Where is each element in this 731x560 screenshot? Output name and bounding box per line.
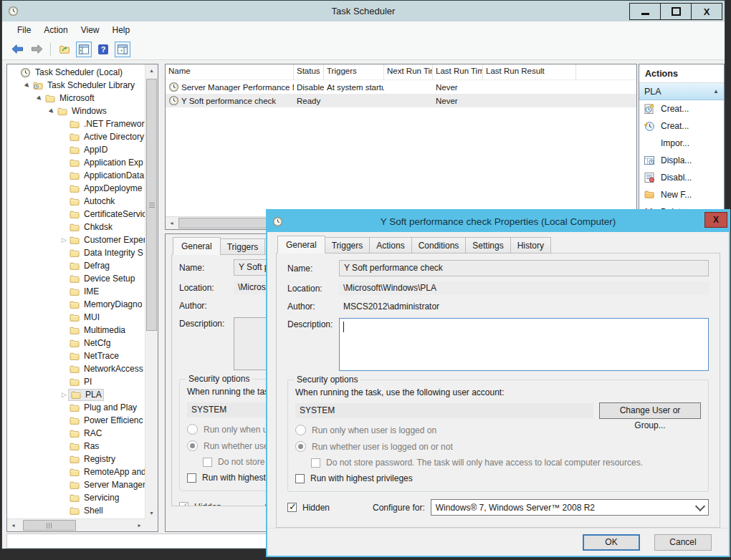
tree-item-customer-exper[interactable]: ▷Customer Exper xyxy=(8,233,145,246)
tree-item-memorydiagno[interactable]: MemoryDiagno xyxy=(8,298,145,311)
tree-item-servicing[interactable]: Servicing xyxy=(8,491,145,504)
action-item-creat[interactable]: Creat... xyxy=(639,100,724,117)
tree-item-windows[interactable]: ▶Windows xyxy=(8,105,145,117)
tree-horizontal-scrollbar[interactable]: ◂ ▸ xyxy=(7,518,145,531)
tab-actions[interactable]: Actions xyxy=(369,237,411,254)
tree-item-ime[interactable]: IME xyxy=(8,285,145,298)
tree-scroll-thumb[interactable] xyxy=(146,79,157,331)
forward-arrow-icon[interactable] xyxy=(29,42,44,57)
action-item-newf[interactable]: New F... xyxy=(639,186,724,203)
tree-item-shell[interactable]: Shell xyxy=(8,504,145,517)
action-item-displa[interactable]: Displa... xyxy=(639,152,724,169)
tab-general[interactable]: General xyxy=(277,236,325,254)
tree-item-task-scheduler-local-[interactable]: Task Scheduler (Local) xyxy=(8,66,145,79)
tree-item-microsoft[interactable]: ▶Microsoft xyxy=(8,92,145,105)
tree-item-registry[interactable]: Registry xyxy=(8,453,145,465)
radio-not-logged[interactable] xyxy=(295,441,306,452)
back-arrow-icon[interactable] xyxy=(9,42,25,57)
tree-item-chkdsk[interactable]: Chkdsk xyxy=(8,221,145,233)
tree-item-ras[interactable]: Ras xyxy=(8,440,145,453)
task-row[interactable]: Y Soft performance checkReadyNever xyxy=(166,94,636,107)
change-user-button[interactable]: Change User or Group... xyxy=(599,402,701,419)
radio-logged-on[interactable] xyxy=(187,424,198,435)
scroll-left-icon[interactable]: ◂ xyxy=(7,519,19,531)
collapsed-arrow-icon[interactable]: ▷ xyxy=(59,391,69,398)
action-item-disabl[interactable]: Disabl... xyxy=(639,169,724,186)
store-password-checkbox[interactable] xyxy=(311,458,320,468)
name-field[interactable]: Y Soft performance check xyxy=(339,260,709,276)
configure-for-select[interactable]: Windows® 7, Windows Server™ 2008 R2 xyxy=(431,499,709,516)
help-icon[interactable]: ? xyxy=(95,42,111,57)
hidden-checkbox[interactable] xyxy=(179,502,188,506)
window-titlebar[interactable]: Task Scheduler X xyxy=(2,1,725,22)
tab-conditions[interactable]: Conditions xyxy=(411,237,467,254)
radio-logged-on[interactable] xyxy=(295,425,306,435)
action-pane-toggle-icon[interactable] xyxy=(115,42,130,57)
tree-item-pi[interactable]: PI xyxy=(8,375,145,388)
collapse-chevron-icon[interactable]: ▲ xyxy=(713,88,719,95)
collapsed-arrow-icon[interactable]: ▷ xyxy=(59,236,69,243)
scroll-up-icon[interactable]: ▴ xyxy=(145,64,158,77)
task-row[interactable]: Server Manager Performance MonitorDisabl… xyxy=(166,80,636,94)
tree-item-plug-and-play[interactable]: Plug and Play xyxy=(8,401,145,414)
expanded-arrow-icon[interactable]: ▶ xyxy=(22,79,34,91)
action-item-creat[interactable]: Creat... xyxy=(639,117,724,135)
expanded-arrow-icon[interactable]: ▶ xyxy=(47,105,58,117)
tree-item-active-directory[interactable]: Active Directory xyxy=(8,130,145,143)
maximize-button[interactable] xyxy=(660,3,692,20)
dialog-close-button[interactable]: X xyxy=(704,212,727,228)
menu-view[interactable]: View xyxy=(75,23,106,37)
highest-privileges-checkbox[interactable] xyxy=(295,474,305,483)
store-password-checkbox[interactable] xyxy=(203,458,212,467)
console-tree-toggle-icon[interactable] xyxy=(76,42,92,57)
tree-item-application-exp[interactable]: Application Exp xyxy=(8,156,145,169)
column-header-next-run-time[interactable]: Next Run Time xyxy=(384,64,433,79)
action-item-impor[interactable]: Impor... xyxy=(639,135,724,152)
tab-general[interactable]: General xyxy=(173,237,221,255)
column-header-last-run-result[interactable]: Last Run Result xyxy=(483,64,576,79)
tree-item-pla[interactable]: ▷PLA xyxy=(8,388,145,401)
export-folder-icon[interactable] xyxy=(57,42,72,57)
scroll-left-icon[interactable]: ◂ xyxy=(166,217,178,229)
scroll-down-icon[interactable]: ▾ xyxy=(145,507,158,519)
tab-history[interactable]: History xyxy=(510,237,551,254)
tree-item-device-setup[interactable]: Device Setup xyxy=(8,272,145,285)
ok-button[interactable]: OK xyxy=(583,534,640,551)
tree-item-nettrace[interactable]: NetTrace xyxy=(8,349,145,362)
column-header-status[interactable]: Status xyxy=(294,64,324,79)
menu-file[interactable]: File xyxy=(11,23,37,37)
tree-item-data-integrity-s[interactable]: Data Integrity S xyxy=(8,246,145,259)
tree-hscroll-thumb[interactable] xyxy=(23,520,76,531)
tab-triggers[interactable]: Triggers xyxy=(220,238,266,255)
tree-item-applicationdata[interactable]: ApplicationData xyxy=(8,169,145,182)
highest-privileges-checkbox[interactable] xyxy=(187,473,196,483)
hidden-checkbox[interactable] xyxy=(287,503,297,512)
tree-vertical-scrollbar[interactable]: ▴ ▾ xyxy=(145,64,158,519)
expanded-arrow-icon[interactable]: ▶ xyxy=(34,92,46,104)
column-header-triggers[interactable]: Triggers xyxy=(324,64,384,79)
minimize-button[interactable] xyxy=(629,3,661,20)
tree-item-server-manager[interactable]: Server Manager xyxy=(8,478,145,491)
tree-item-remoteapp-and[interactable]: RemoteApp and xyxy=(8,465,145,478)
dialog-titlebar[interactable]: Y Soft performance check Properties (Loc… xyxy=(267,211,729,232)
radio-not-logged[interactable] xyxy=(187,440,198,451)
column-header-last-run-time[interactable]: Last Run Time xyxy=(433,64,483,79)
menu-action[interactable]: Action xyxy=(37,23,74,37)
tree-item-mui[interactable]: MUI xyxy=(8,311,145,324)
tab-settings[interactable]: Settings xyxy=(465,237,510,254)
column-header-name[interactable]: Name xyxy=(166,64,294,79)
actions-group-header[interactable]: PLA ▲ xyxy=(639,83,724,100)
tree-item-defrag[interactable]: Defrag xyxy=(8,259,145,272)
menu-help[interactable]: Help xyxy=(106,23,137,37)
tree-item-power-efficienc[interactable]: Power Efficienc xyxy=(8,414,145,427)
description-field[interactable] xyxy=(339,318,709,371)
tree-item-certificateservic[interactable]: CertificateServic xyxy=(8,208,145,221)
scroll-right-icon[interactable]: ▸ xyxy=(133,519,145,531)
tree-item-autochk[interactable]: Autochk xyxy=(8,195,145,208)
cancel-button[interactable]: Cancel xyxy=(654,534,712,551)
tree-item-multimedia[interactable]: Multimedia xyxy=(8,324,145,337)
tree-item-appid[interactable]: AppID xyxy=(8,143,145,156)
tree-item--net-framework[interactable]: .NET Framework xyxy=(8,117,145,130)
tree-item-rac[interactable]: RAC xyxy=(8,427,145,440)
tree-item-networkaccess[interactable]: NetworkAccess xyxy=(8,362,145,375)
